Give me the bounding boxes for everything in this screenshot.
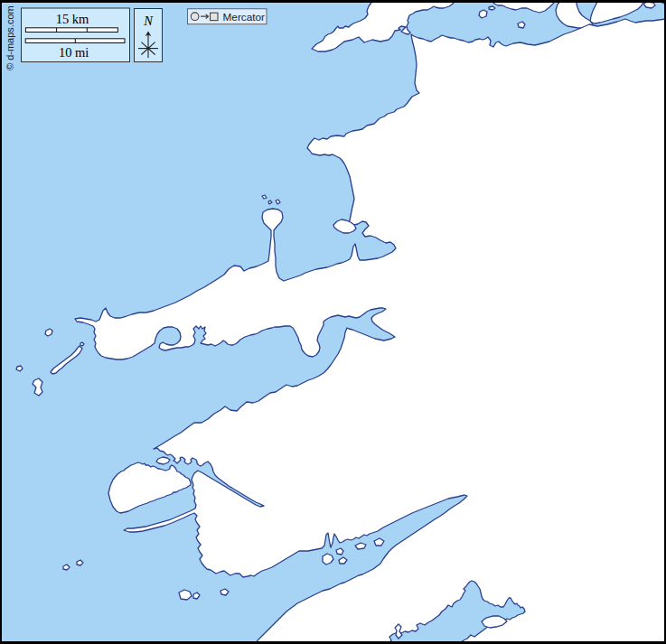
svg-text:10 mi: 10 mi xyxy=(59,45,89,60)
svg-text:© d-maps.com: © d-maps.com xyxy=(5,5,15,70)
svg-text:15 km: 15 km xyxy=(56,12,89,26)
svg-text:Mercator: Mercator xyxy=(223,11,266,23)
svg-text:N: N xyxy=(143,14,154,28)
